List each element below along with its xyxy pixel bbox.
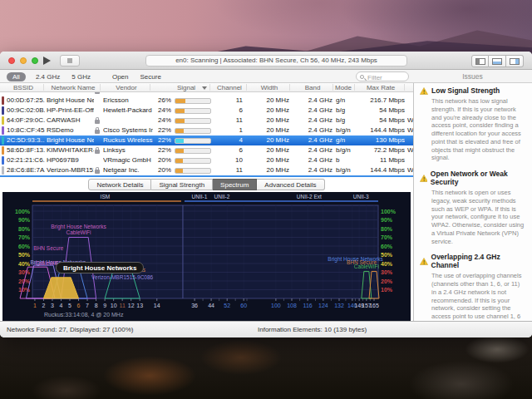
signal-bar-track [175,118,211,124]
issue-body: This network has low signal strength. If… [431,97,525,162]
scope-button-2-4-ghz[interactable]: 2.4 GHz [34,72,62,81]
lock-icon [95,92,100,94]
cell-mode: g/n [336,135,357,145]
svg-text:5: 5 [68,303,71,308]
table-row[interactable]: 58:6D:8F:13...KIMWHITAKER-PCLinksys22%62… [0,145,413,155]
start-scan-button[interactable] [43,56,55,66]
issue-body: The use of overlapping channels (channel… [431,272,525,321]
cell-bssid: 02:21:21:C6... [7,155,45,165]
scope-button-5-ghz[interactable]: 5 GHz [70,72,92,81]
cell-name: Bright House Networks [47,96,94,106]
svg-text:UNII-3: UNII-3 [353,194,369,200]
issue-title: !Open Network or Weak Security [420,170,525,186]
tab-signal-strength[interactable]: Signal Strength [151,179,213,190]
svg-text:124: 124 [318,303,328,308]
column-separator [43,84,44,91]
svg-text:165: 165 [369,303,379,308]
column-header-channel[interactable]: Channel [217,84,242,91]
cell-max-rate: 144.4 Mbps [356,126,405,135]
wifi-scanner-window: en0: Scanning | Associated: BHN Secure, … [0,52,532,337]
play-icon [43,57,51,65]
toggle-left-panel-button[interactable] [471,55,489,67]
table-row[interactable]: 02:21:21:C6...HP0697B9VRmagic GmbH20%102… [0,155,413,165]
toggle-right-panel-button[interactable] [506,55,524,67]
cell-channel: 6 [213,145,243,155]
issue-item: !Open Network or Weak SecurityThis netwo… [420,170,525,245]
scope-button-all[interactable]: All [7,72,26,81]
svg-text:60: 60 [240,303,247,308]
close-button[interactable] [8,57,15,64]
tab-advanced-details[interactable]: Advanced Details [257,179,324,190]
signal-bar-track [175,158,211,164]
issue-title: !Overlapping 2.4 GHz Channel [420,253,525,269]
tab-spectrum[interactable]: Spectrum [213,179,257,190]
table-row[interactable]: 28:C6:8E:7A...Verizon-MBR1515-9...Netgea… [0,165,413,175]
search-icon [360,75,364,79]
cell-band: 2.4 GHz [291,135,332,145]
column-separator [354,84,355,91]
toggle-bottom-panel-button[interactable] [489,55,506,67]
svg-text:132: 132 [334,303,344,308]
table-row[interactable]: 2C:5D:93:3...Bright House NetworksRuckus… [0,135,413,145]
signal-bar-fill [175,99,185,103]
issues-panel-title: Issues [413,72,532,81]
svg-text:10%: 10% [381,287,393,293]
column-header-max-rate[interactable]: Max Rate [367,84,395,91]
scope-buttons: All2.4 GHz5 GHzOpenSecure [7,70,163,83]
signal-bar-fill [175,139,184,143]
issue-title-text: Low Signal Strength [431,86,500,95]
svg-text:!: ! [423,88,425,94]
column-header-vendor[interactable]: Vendor [116,84,136,91]
cell-name: HP0697B9 [47,155,94,165]
column-header-network-name[interactable]: Network Name [52,84,96,91]
spectrum-plot[interactable]: ISMUNII-1UNII-2UNII-2 ExtUNII-3100%100%9… [2,192,411,321]
svg-text:!: ! [423,259,425,264]
table-row[interactable]: 10:8C:CF:45...RSDemoCisco Systems Inc.22… [0,126,413,135]
cell-vendor: VRmagic GmbH [103,155,153,165]
scope-button-open[interactable]: Open [111,72,131,81]
column-header-band[interactable]: Band [305,84,321,91]
cell-name: HP-Print-EE-Officejet 6... [47,106,94,116]
cell-width: 20 MHz [248,116,289,126]
column-header-bssid[interactable]: BSSID [13,84,33,91]
svg-text:6: 6 [77,303,81,308]
filter-search-field[interactable]: Filter [356,71,409,81]
cell-band: 2.4 GHz [291,96,332,106]
cell-width: 20 MHz [248,155,289,165]
column-separator [404,84,405,91]
scope-button-secure[interactable]: Secure [138,72,162,81]
cell-channel: 6 [213,106,243,116]
column-header-mode[interactable]: Mode [335,84,352,91]
svg-text:70%: 70% [381,234,393,240]
signal-bar-fill [175,109,185,113]
signal-bar-track [175,108,211,114]
cell-security-clipped: WPA [407,145,413,155]
filter-bar: All2.4 GHz5 GHzOpenSecure Filter Issues [0,70,532,83]
tab-network-details[interactable]: Network Details [88,179,151,190]
cell-bssid: 10:8C:CF:45... [7,126,45,135]
cell-width: 20 MHz [248,165,289,175]
table-row[interactable]: 00:9C:02:0B..HP-Print-EE-Officejet 6...H… [0,106,413,116]
column-header-width[interactable]: Width [261,84,278,91]
svg-text:90%: 90% [18,217,31,223]
minimize-button[interactable] [20,57,27,64]
issue-body: This network is open or uses legacy, wea… [431,189,525,245]
stop-scan-button[interactable] [60,55,80,66]
column-separator [100,84,101,91]
signal-bar-fill [175,119,185,123]
zoom-button[interactable] [32,57,38,64]
titlebar: en0: Scanning | Associated: BHN Secure, … [0,52,532,70]
cell-max-rate: 54 Mbps [356,106,405,116]
column-separator [332,84,333,91]
network-tooltip: Bright House Networks [56,262,144,273]
spectrum-chart[interactable]: ISMUNII-1UNII-2UNII-2 ExtUNII-3100%100%9… [2,192,411,321]
table-row[interactable]: 00:0D:67:25..Bright House NetworksEricss… [0,96,413,106]
table-row[interactable]: 64:0F:29:0C..CARWASH24%1120 MHz2.4 GHzb/… [0,116,413,126]
chart-caption: Ruckus:33:14:08, 4 @ 20 MHz [44,312,123,318]
channel-color-bar [2,166,4,175]
cell-mode: b/g [336,116,357,126]
wallpaper-sky [0,0,532,58]
svg-text:13: 13 [136,303,143,308]
cell-mode: b/g/n [336,165,357,175]
column-header-signal[interactable]: Signal [177,84,195,91]
